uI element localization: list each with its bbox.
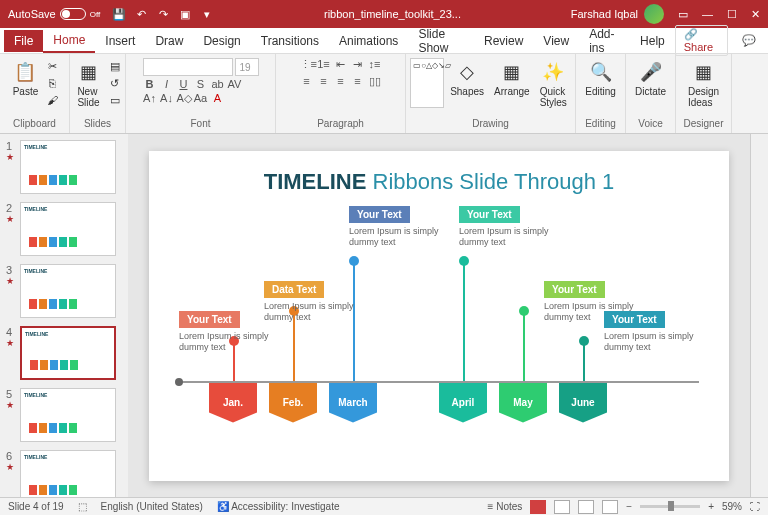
callout: Your TextLorem Ipsum is simply dummy tex…: [604, 311, 714, 354]
avatar: [644, 4, 664, 24]
month-ribbon: Feb.: [269, 383, 317, 423]
tab-design[interactable]: Design: [193, 30, 250, 52]
tab-animations[interactable]: Animations: [329, 30, 408, 52]
tab-insert[interactable]: Insert: [95, 30, 145, 52]
align-center-icon[interactable]: ≡: [317, 75, 331, 88]
strike-icon[interactable]: S: [194, 78, 208, 90]
case-icon[interactable]: Aa: [194, 92, 208, 105]
align-right-icon[interactable]: ≡: [334, 75, 348, 88]
slide-canvas[interactable]: TIMELINE Ribbons Slide Through 1 Jan.Feb…: [128, 134, 750, 497]
align-left-icon[interactable]: ≡: [300, 75, 314, 88]
reading-view-icon[interactable]: [578, 500, 594, 514]
new-slide-button[interactable]: ▦New Slide: [73, 58, 105, 110]
justify-icon[interactable]: ≡: [351, 75, 365, 88]
quick-styles-button[interactable]: ✨Quick Styles: [536, 58, 571, 110]
zoom-level[interactable]: 59%: [722, 501, 742, 512]
spacing-icon[interactable]: AV: [228, 78, 242, 90]
vertical-scrollbar[interactable]: [750, 134, 768, 497]
clear-format-icon[interactable]: A◇: [177, 92, 191, 105]
slideshow-icon[interactable]: ▣: [178, 7, 192, 21]
document-title: ribbon_timeline_toolkit_23...: [214, 8, 571, 20]
status-bar: Slide 4 of 19 ⬚ English (United States) …: [0, 497, 768, 515]
reset-icon[interactable]: ↺: [107, 75, 123, 91]
callout: Your TextLorem Ipsum is simply dummy tex…: [459, 206, 569, 249]
arrange-button[interactable]: ▦Arrange: [490, 58, 534, 99]
tab-review[interactable]: Review: [474, 30, 533, 52]
tab-draw[interactable]: Draw: [145, 30, 193, 52]
accessibility-status[interactable]: ♿ Accessibility: Investigate: [217, 501, 340, 512]
thumbnail-5[interactable]: 5★TIMELINE: [6, 388, 122, 442]
redo-icon[interactable]: ↷: [156, 7, 170, 21]
underline-icon[interactable]: U: [177, 78, 191, 90]
title-bar: AutoSave Off 💾 ↶ ↷ ▣ ▾ ribbon_timeline_t…: [0, 0, 768, 28]
thumbnail-4[interactable]: 4★TIMELINE: [6, 326, 122, 380]
format-painter-icon[interactable]: 🖌: [44, 92, 60, 108]
slideshow-view-icon[interactable]: [602, 500, 618, 514]
line-spacing-icon[interactable]: ↕≡: [368, 58, 382, 71]
callout: Your TextLorem Ipsum is simply dummy tex…: [349, 206, 459, 249]
save-icon[interactable]: 💾: [112, 7, 126, 21]
font-color-icon[interactable]: A: [211, 92, 225, 105]
normal-view-icon[interactable]: [530, 500, 546, 514]
tab-transitions[interactable]: Transitions: [251, 30, 329, 52]
slide-counter[interactable]: Slide 4 of 19: [8, 501, 64, 512]
slide-thumbnails[interactable]: 1★TIMELINE2★TIMELINE3★TIMELINE4★TIMELINE…: [0, 134, 128, 497]
ribbon-options-icon[interactable]: ▭: [678, 8, 688, 21]
layout-icon[interactable]: ▤: [107, 58, 123, 74]
copy-icon[interactable]: ⎘: [44, 75, 60, 91]
tab-help[interactable]: Help: [630, 30, 675, 52]
zoom-slider[interactable]: [640, 505, 700, 508]
slide: TIMELINE Ribbons Slide Through 1 Jan.Feb…: [149, 151, 729, 481]
grow-font-icon[interactable]: A↑: [143, 92, 157, 105]
month-ribbon: Jan.: [209, 383, 257, 423]
ribbon: 📋Paste ✂⎘🖌 Clipboard ▦New Slide ▤↺▭ Slid…: [0, 54, 768, 134]
dictate-button[interactable]: 🎤Dictate: [631, 58, 670, 99]
font-family-select[interactable]: [143, 58, 233, 76]
month-ribbon: June: [559, 383, 607, 423]
minimize-icon[interactable]: —: [702, 8, 713, 21]
fit-window-icon[interactable]: ⛶: [750, 501, 760, 512]
shrink-font-icon[interactable]: A↓: [160, 92, 174, 105]
callout: Data TextLorem Ipsum is simply dummy tex…: [264, 281, 374, 324]
indent-right-icon[interactable]: ⇥: [351, 58, 365, 71]
autosave-toggle[interactable]: AutoSave Off: [8, 8, 100, 20]
editing-button[interactable]: 🔍Editing: [581, 58, 620, 99]
undo-icon[interactable]: ↶: [134, 7, 148, 21]
shapes-gallery[interactable]: ▭○△◇↘▱: [410, 58, 444, 108]
design-ideas-button[interactable]: ▦Design Ideas: [684, 58, 723, 110]
shadow-icon[interactable]: ab: [211, 78, 225, 90]
month-ribbon: April: [439, 383, 487, 423]
font-size-select[interactable]: 19: [235, 58, 259, 76]
cut-icon[interactable]: ✂: [44, 58, 60, 74]
numbering-icon[interactable]: 1≡: [317, 58, 331, 71]
tab-file[interactable]: File: [4, 30, 43, 52]
share-button[interactable]: 🔗 Share: [675, 25, 728, 56]
section-icon[interactable]: ▭: [107, 92, 123, 108]
close-icon[interactable]: ✕: [751, 8, 760, 21]
timeline-pin: [463, 261, 465, 381]
thumbnail-2[interactable]: 2★TIMELINE: [6, 202, 122, 256]
bullets-icon[interactable]: ⋮≡: [300, 58, 314, 71]
workspace: 1★TIMELINE2★TIMELINE3★TIMELINE4★TIMELINE…: [0, 134, 768, 497]
italic-icon[interactable]: I: [160, 78, 174, 90]
indent-left-icon[interactable]: ⇤: [334, 58, 348, 71]
tab-view[interactable]: View: [533, 30, 579, 52]
paste-button[interactable]: 📋Paste: [9, 58, 43, 99]
shapes-button[interactable]: ◇Shapes: [446, 58, 488, 99]
columns-icon[interactable]: ▯▯: [368, 75, 382, 88]
notes-button[interactable]: ≡ Notes: [488, 501, 523, 512]
thumbnail-3[interactable]: 3★TIMELINE: [6, 264, 122, 318]
thumbnail-1[interactable]: 1★TIMELINE: [6, 140, 122, 194]
zoom-in-icon[interactable]: +: [708, 501, 714, 512]
zoom-out-icon[interactable]: −: [626, 501, 632, 512]
thumbnail-6[interactable]: 6★TIMELINE: [6, 450, 122, 497]
user-account[interactable]: Farshad Iqbal: [571, 4, 664, 24]
language-status[interactable]: English (United States): [101, 501, 203, 512]
bold-icon[interactable]: B: [143, 78, 157, 90]
spell-check-icon[interactable]: ⬚: [78, 501, 87, 512]
sorter-view-icon[interactable]: [554, 500, 570, 514]
qat-more-icon[interactable]: ▾: [200, 7, 214, 21]
maximize-icon[interactable]: ☐: [727, 8, 737, 21]
tab-home[interactable]: Home: [43, 29, 95, 53]
comments-icon[interactable]: 💬: [734, 34, 764, 47]
